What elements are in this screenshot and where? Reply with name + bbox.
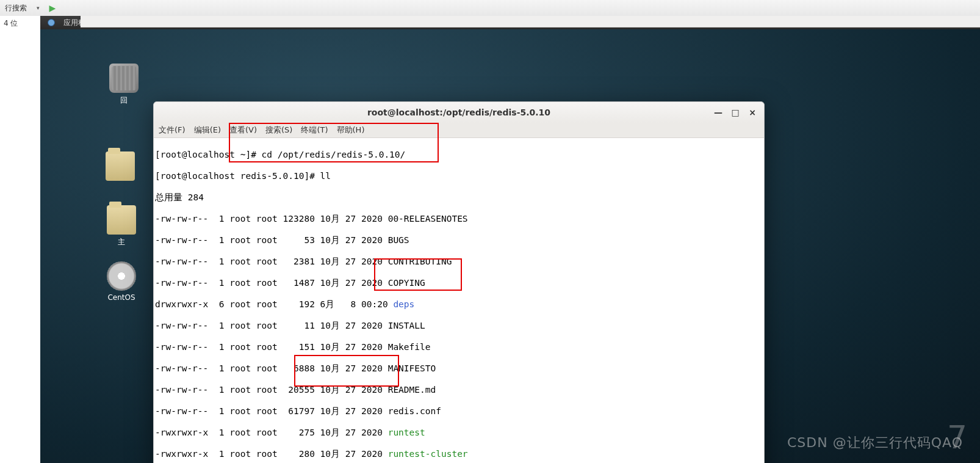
terminal-line: -rw-rw-r-- 1 root root 2381 10月 27 2020 … (154, 257, 764, 268)
centos-disc-icon[interactable]: CentOS (100, 261, 143, 302)
terminal-title: root@localhost:/opt/redis/redis-5.0.10 (367, 108, 550, 117)
trash-label: 回 (103, 95, 145, 106)
terminal-line: -rwxrwxr-x 1 root root 275 10月 27 2020 r… (154, 428, 764, 439)
dir-deps: deps (393, 299, 414, 309)
window-close-button[interactable]: × (744, 104, 760, 120)
terminal-titlebar[interactable]: root@localhost:/opt/redis/redis-5.0.10 —… (154, 102, 764, 123)
host-search-label: 行搜索 (5, 3, 27, 13)
host-sidebar-item: 4 位 (0, 16, 40, 31)
folder-icon-1[interactable] (99, 151, 142, 183)
terminal-line: -rw-rw-r-- 1 root root 61797 10月 27 2020… (154, 406, 764, 417)
desktop[interactable]: 回 主 CentOS root@localhost:/opt/redis/red… (40, 29, 980, 463)
menu-search[interactable]: 搜索(S) (265, 125, 292, 136)
terminal-menubar[interactable]: 文件(F) 编辑(E) 查看(V) 搜索(S) 终端(T) 帮助(H) (154, 123, 764, 138)
window-minimize-button[interactable]: — (710, 104, 726, 120)
exe-runtest-cluster: runtest-cluster (388, 449, 468, 459)
terminal-window[interactable]: root@localhost:/opt/redis/redis-5.0.10 —… (153, 101, 765, 463)
menu-file[interactable]: 文件(F) (159, 125, 186, 136)
terminal-line: -rw-rw-r-- 1 root root 11 10月 27 2020 IN… (154, 321, 764, 332)
host-sidebar: 4 位 (0, 16, 41, 65)
terminal-line: [root@localhost ~]# cd /opt/redis/redis-… (154, 150, 764, 161)
centos-disc-label: CentOS (100, 293, 143, 302)
terminal-line: -rw-rw-r-- 1 root root 1487 10月 27 2020 … (154, 278, 764, 289)
terminal-line: -rw-rw-r-- 1 root root 151 10月 27 2020 M… (154, 342, 764, 353)
terminal-line: 总用量 284 (154, 192, 764, 203)
terminal-line: -rw-rw-r-- 1 root root 123280 10月 27 202… (154, 214, 764, 225)
menu-view[interactable]: 查看(V) (229, 125, 257, 136)
menu-terminal[interactable]: 终端(T) (301, 125, 328, 136)
activities-icon[interactable] (48, 19, 55, 26)
vm-inner-toolbar (81, 16, 980, 27)
home-folder-icon[interactable]: 主 (100, 205, 143, 247)
host-editor-toolbar: 行搜索 ▾ ▶ (0, 0, 980, 16)
terminal-line: drwxrwxr-x 6 root root 192 6月 8 00:20 de… (154, 299, 764, 310)
terminal-line: -rwxrwxr-x 1 root root 280 10月 27 2020 r… (154, 449, 764, 460)
terminal-line: -rw-rw-r-- 1 root root 20555 10月 27 2020… (154, 385, 764, 396)
play-icon[interactable]: ▶ (49, 3, 56, 13)
terminal-line: -rw-rw-r-- 1 root root 6888 10月 27 2020 … (154, 363, 764, 374)
menu-help[interactable]: 帮助(H) (337, 125, 365, 136)
terminal-line: [root@localhost redis-5.0.10]# ll (154, 171, 764, 182)
window-maximize-button[interactable]: □ (727, 104, 743, 120)
exe-runtest: runtest (388, 428, 425, 437)
home-folder-label: 主 (100, 237, 143, 247)
dropdown-icon[interactable]: ▾ (37, 5, 40, 11)
watermark: CSDN @让你三行代码QAQ7 (787, 434, 963, 452)
terminal-output[interactable]: [root@localhost ~]# cd /opt/redis/redis-… (154, 138, 764, 463)
terminal-line: -rw-rw-r-- 1 root root 53 10月 27 2020 BU… (154, 235, 764, 246)
trash-icon[interactable]: 回 (103, 64, 145, 106)
menu-edit[interactable]: 编辑(E) (194, 125, 221, 136)
